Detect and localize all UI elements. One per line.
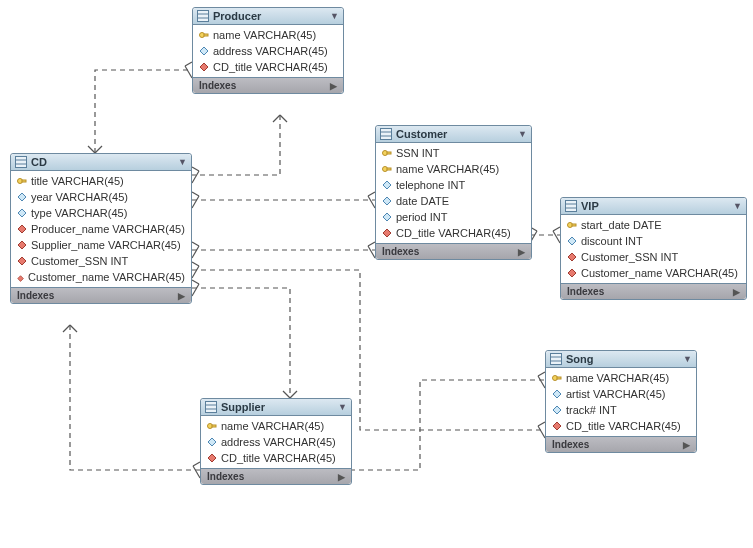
entity-supplier[interactable]: Supplier ▼ name VARCHAR(45) address VARC… [200, 398, 352, 485]
column-row[interactable]: title VARCHAR(45) [11, 173, 191, 189]
column-row[interactable]: track# INT [546, 402, 696, 418]
column-label: start_date DATE [581, 219, 662, 231]
column-row[interactable]: Customer_name VARCHAR(45) [11, 269, 191, 285]
column-row[interactable]: artist VARCHAR(45) [546, 386, 696, 402]
column-row[interactable]: Customer_SSN INT [11, 253, 191, 269]
column-label: Customer_SSN INT [31, 255, 128, 267]
entity-producer[interactable]: Producer ▼ name VARCHAR(45) address VARC… [192, 7, 344, 94]
table-icon [205, 401, 217, 413]
attr-icon [382, 212, 392, 222]
svg-line-7 [280, 115, 287, 122]
entity-header[interactable]: CD ▼ [11, 154, 191, 171]
column-label: CD_title VARCHAR(45) [396, 227, 511, 239]
entity-columns: SSN INT name VARCHAR(45) telephone INT d… [376, 143, 531, 243]
entity-customer[interactable]: Customer ▼ SSN INT name VARCHAR(45) tele… [375, 125, 532, 260]
svg-line-4 [192, 167, 199, 171]
entity-title: VIP [581, 200, 599, 212]
column-row[interactable]: telephone INT [376, 177, 531, 193]
column-row[interactable]: CD_title VARCHAR(45) [201, 450, 351, 466]
column-row[interactable]: name VARCHAR(45) [546, 370, 696, 386]
column-row[interactable]: CD_title VARCHAR(45) [546, 418, 696, 434]
column-row[interactable]: Producer_name VARCHAR(45) [11, 221, 191, 237]
footer-label: Indexes [199, 80, 236, 91]
entity-footer[interactable]: Indexes▶ [376, 243, 531, 259]
expand-caret-icon: ▶ [733, 287, 740, 297]
svg-marker-59 [383, 181, 391, 189]
entity-footer[interactable]: Indexes▶ [201, 468, 351, 484]
key-icon [382, 148, 392, 158]
column-label: telephone INT [396, 179, 465, 191]
svg-rect-67 [572, 224, 576, 226]
collapse-caret-icon[interactable]: ▼ [518, 129, 527, 139]
fk-icon [567, 268, 577, 278]
svg-marker-39 [200, 47, 208, 55]
column-row[interactable]: name VARCHAR(45) [201, 418, 351, 434]
entity-footer[interactable]: Indexes▶ [546, 436, 696, 452]
column-row[interactable]: CD_title VARCHAR(45) [193, 59, 343, 75]
svg-rect-34 [198, 11, 209, 22]
collapse-caret-icon[interactable]: ▼ [338, 402, 347, 412]
entity-columns: start_date DATE discount INT Customer_SS… [561, 215, 746, 283]
column-label: Producer_name VARCHAR(45) [31, 223, 185, 235]
collapse-caret-icon[interactable]: ▼ [733, 201, 742, 211]
entity-footer[interactable]: Indexes▶ [193, 77, 343, 93]
svg-line-13 [192, 246, 199, 258]
fk-icon [17, 272, 24, 282]
entity-header[interactable]: VIP ▼ [561, 198, 746, 215]
footer-label: Indexes [207, 471, 244, 482]
svg-line-11 [368, 196, 375, 208]
svg-line-23 [193, 466, 200, 478]
collapse-caret-icon[interactable]: ▼ [330, 11, 339, 21]
column-row[interactable]: Supplier_name VARCHAR(45) [11, 237, 191, 253]
svg-line-14 [368, 242, 375, 246]
entity-header[interactable]: Producer ▼ [193, 8, 343, 25]
svg-line-24 [192, 280, 199, 284]
column-row[interactable]: address VARCHAR(45) [193, 43, 343, 59]
column-row[interactable]: date DATE [376, 193, 531, 209]
svg-marker-83 [553, 390, 561, 398]
column-label: artist VARCHAR(45) [566, 388, 665, 400]
entity-song[interactable]: Song ▼ name VARCHAR(45) artist VARCHAR(4… [545, 350, 697, 453]
collapse-caret-icon[interactable]: ▼ [178, 157, 187, 167]
column-row[interactable]: name VARCHAR(45) [376, 161, 531, 177]
svg-line-3 [88, 146, 95, 153]
collapse-caret-icon[interactable]: ▼ [683, 354, 692, 364]
column-row[interactable]: start_date DATE [561, 217, 746, 233]
svg-marker-49 [18, 241, 26, 249]
svg-rect-82 [557, 377, 561, 379]
entity-columns: name VARCHAR(45) address VARCHAR(45) CD_… [193, 25, 343, 77]
column-row[interactable]: Customer_name VARCHAR(45) [561, 265, 746, 281]
svg-line-2 [95, 146, 102, 153]
entity-footer[interactable]: Indexes▶ [11, 287, 191, 303]
column-row[interactable]: type VARCHAR(45) [11, 205, 191, 221]
svg-line-21 [70, 325, 77, 332]
fk-icon [382, 228, 392, 238]
entity-header[interactable]: Customer ▼ [376, 126, 531, 143]
column-row[interactable]: address VARCHAR(45) [201, 434, 351, 450]
entity-title: Customer [396, 128, 447, 140]
column-row[interactable]: year VARCHAR(45) [11, 189, 191, 205]
entity-footer[interactable]: Indexes▶ [561, 283, 746, 299]
column-row[interactable]: SSN INT [376, 145, 531, 161]
column-label: CD_title VARCHAR(45) [221, 452, 336, 464]
svg-marker-68 [568, 237, 576, 245]
column-row[interactable]: Customer_SSN INT [561, 249, 746, 265]
column-row[interactable]: discount INT [561, 233, 746, 249]
expand-caret-icon: ▶ [178, 291, 185, 301]
column-label: track# INT [566, 404, 617, 416]
column-row[interactable]: name VARCHAR(45) [193, 27, 343, 43]
entity-cd[interactable]: CD ▼ title VARCHAR(45) year VARCHAR(45) … [10, 153, 192, 304]
column-label: title VARCHAR(45) [31, 175, 124, 187]
column-row[interactable]: period INT [376, 209, 531, 225]
column-label: address VARCHAR(45) [213, 45, 328, 57]
column-row[interactable]: CD_title VARCHAR(45) [376, 225, 531, 241]
entity-header[interactable]: Supplier ▼ [201, 399, 351, 416]
svg-marker-62 [383, 229, 391, 237]
svg-marker-50 [18, 257, 26, 265]
column-label: name VARCHAR(45) [221, 420, 324, 432]
entity-vip[interactable]: VIP ▼ start_date DATE discount INT Custo… [560, 197, 747, 300]
entity-header[interactable]: Song ▼ [546, 351, 696, 368]
svg-rect-75 [212, 425, 216, 427]
attr-icon [382, 180, 392, 190]
column-label: year VARCHAR(45) [31, 191, 128, 203]
